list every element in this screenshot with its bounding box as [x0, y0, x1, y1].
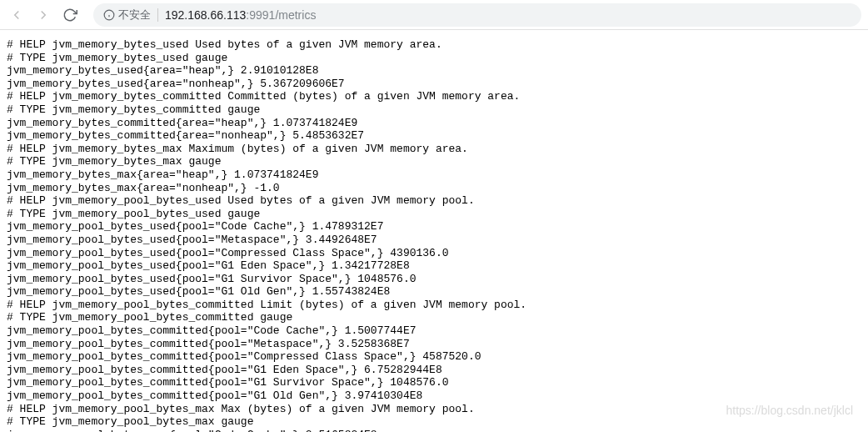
watermark: https://blog.csdn.net/jklcl — [726, 404, 853, 417]
arrow-left-icon — [9, 8, 24, 23]
forward-button[interactable] — [33, 5, 53, 25]
browser-toolbar: 不安全 192.168.66.113:9991/metrics — [0, 0, 868, 30]
url-display: 192.168.66.113:9991/metrics — [165, 8, 316, 22]
security-indicator[interactable]: 不安全 — [103, 8, 151, 23]
url-path: /metrics — [275, 8, 316, 22]
address-bar[interactable]: 不安全 192.168.66.113:9991/metrics — [93, 3, 861, 27]
reload-button[interactable] — [60, 5, 80, 25]
security-label: 不安全 — [118, 8, 151, 23]
divider — [157, 8, 158, 22]
metrics-content: # HELP jvm_memory_bytes_used Used bytes … — [0, 30, 868, 432]
arrow-right-icon — [36, 8, 51, 23]
reload-icon — [62, 8, 77, 23]
info-icon — [103, 9, 115, 21]
url-port: :9991 — [246, 8, 275, 22]
back-button[interactable] — [7, 5, 27, 25]
url-host: 192.168.66.113 — [165, 8, 246, 22]
